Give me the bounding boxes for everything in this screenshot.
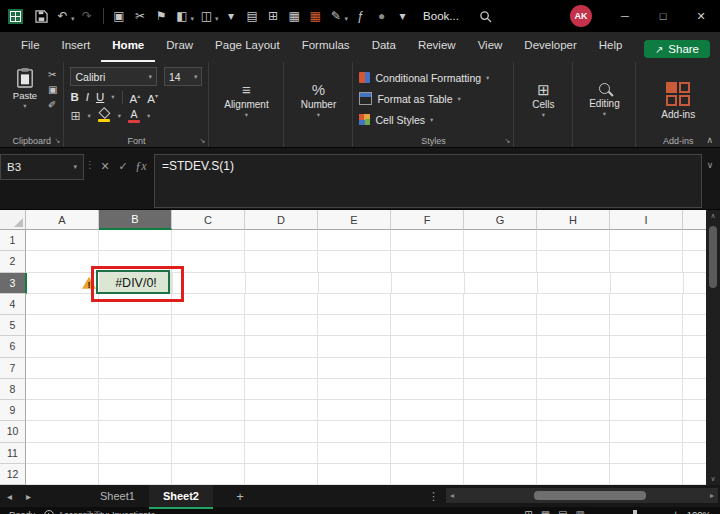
column-header-B[interactable]: B	[99, 210, 172, 230]
cell-C9[interactable]	[172, 400, 245, 421]
row-header-6[interactable]: 6	[0, 336, 26, 357]
cell-E3[interactable]	[319, 273, 392, 294]
editing-group-button[interactable]: Editing ▾	[573, 62, 636, 147]
cell-D3[interactable]	[246, 273, 319, 294]
cell-I6[interactable]	[610, 336, 683, 357]
cell-H3[interactable]	[538, 273, 611, 294]
insert-function-button[interactable]: ƒx	[132, 154, 150, 178]
excel-app-icon[interactable]	[8, 9, 23, 24]
undo-dropdown-icon[interactable]: ▾	[71, 15, 75, 23]
cell-G1[interactable]	[464, 230, 537, 251]
cell-H7[interactable]	[537, 358, 610, 379]
clipboard-icon[interactable]: ▣	[109, 5, 130, 27]
cell-A4[interactable]	[26, 294, 99, 315]
font-size-combobox[interactable]: 14 ▾	[164, 67, 202, 86]
cell-E6[interactable]	[318, 336, 391, 357]
cell-C7[interactable]	[172, 358, 245, 379]
cell-A10[interactable]	[26, 421, 99, 442]
row-header-12[interactable]: 12	[0, 464, 26, 485]
column-header-I[interactable]: I	[610, 210, 683, 230]
sheet-tab-sheet1[interactable]: Sheet1	[86, 485, 149, 509]
cell-H10[interactable]	[537, 421, 610, 442]
addins-button[interactable]: Add-ins	[661, 82, 695, 120]
cell-E9[interactable]	[318, 400, 391, 421]
cell-B2[interactable]	[99, 251, 172, 272]
sheet-tab-sheet2[interactable]: Sheet2	[149, 485, 213, 509]
cell-C5[interactable]	[172, 315, 245, 336]
tab-view[interactable]: View	[467, 33, 514, 62]
formula-input[interactable]: =STDEV.S(1)	[154, 154, 702, 208]
record-icon[interactable]: ●	[371, 5, 392, 27]
cell-C1[interactable]	[172, 230, 245, 251]
cell-F4[interactable]	[391, 294, 464, 315]
cell-I12[interactable]	[610, 464, 683, 485]
cell-A5[interactable]	[26, 315, 99, 336]
cell-H4[interactable]	[537, 294, 610, 315]
cell-G11[interactable]	[464, 443, 537, 464]
flag-icon[interactable]: ⚑	[151, 5, 172, 27]
tab-help[interactable]: Help	[588, 33, 634, 62]
search-icon[interactable]	[475, 5, 496, 27]
tab-developer[interactable]: Developer	[513, 33, 587, 62]
cell-D9[interactable]	[245, 400, 318, 421]
grow-font-button[interactable]: A▴	[130, 89, 141, 106]
cell-D5[interactable]	[245, 315, 318, 336]
cell-E2[interactable]	[318, 251, 391, 272]
pen-icon-caret[interactable]: ▾	[345, 15, 349, 23]
sheet-nav-right-icon[interactable]: ▸	[19, 491, 38, 502]
borders-button-icon[interactable]: ⊞	[70, 110, 80, 122]
vertical-scrollbar[interactable]: ∧ ∨	[706, 210, 720, 485]
scroll-right-icon[interactable]: ▸	[710, 491, 714, 500]
view-normal-icon[interactable]: ▦	[541, 510, 550, 514]
view-page-break-icon[interactable]: ▥	[576, 510, 585, 514]
horizontal-scrollbar[interactable]: ◂ ▸	[446, 488, 718, 503]
fill-color-icon-caret[interactable]: ▾	[191, 15, 195, 23]
underline-button[interactable]: U	[96, 90, 104, 104]
cell-F8[interactable]	[391, 379, 464, 400]
cell-B12[interactable]	[99, 464, 172, 485]
row-header-10[interactable]: 10	[0, 421, 26, 442]
cell-C4[interactable]	[172, 294, 245, 315]
enter-entry-button[interactable]: ✓	[114, 154, 132, 178]
cell-G5[interactable]	[464, 315, 537, 336]
column-header-E[interactable]: E	[318, 210, 391, 230]
cell-I7[interactable]	[610, 358, 683, 379]
row-header-8[interactable]: 8	[0, 379, 26, 400]
style-dropdown-icon[interactable]: ▾	[221, 5, 242, 27]
cell-styles-button[interactable]: Cell Styles ▾	[359, 110, 507, 129]
cell-I3[interactable]	[611, 273, 684, 294]
collapse-ribbon-icon[interactable]: ∧	[706, 135, 713, 145]
minimize-button[interactable]: ─	[606, 0, 644, 32]
row-header-5[interactable]: 5	[0, 315, 26, 336]
paste-dropdown-icon[interactable]: ▾	[23, 102, 26, 110]
conditional-formatting-button[interactable]: Conditional Formatting ▾	[359, 68, 507, 87]
cell-D4[interactable]	[245, 294, 318, 315]
column-header-G[interactable]: G	[464, 210, 537, 230]
cell-C12[interactable]	[172, 464, 245, 485]
formula-bar-expand-icon[interactable]: ∨	[702, 154, 718, 209]
borders-dropdown-icon[interactable]: ▾	[88, 112, 91, 120]
cell-H12[interactable]	[537, 464, 610, 485]
cell-E5[interactable]	[318, 315, 391, 336]
cell-E1[interactable]	[318, 230, 391, 251]
cell-E11[interactable]	[318, 443, 391, 464]
zoom-out-button[interactable]: −	[593, 509, 599, 514]
cell-B6[interactable]	[99, 336, 172, 357]
alignment-group-button[interactable]: ≡ Alignment ▾	[209, 62, 284, 147]
tab-draw[interactable]: Draw	[155, 33, 204, 62]
fill-color-dropdown-icon[interactable]: ▾	[118, 112, 121, 120]
vertical-scrollbar-thumb[interactable]	[709, 226, 717, 288]
close-button[interactable]: ✕	[682, 0, 720, 32]
shrink-font-button[interactable]: A▾	[147, 89, 158, 106]
cell-B1[interactable]	[99, 230, 172, 251]
cut-button-icon[interactable]: ✂	[48, 69, 57, 81]
error-warning-icon[interactable]	[82, 277, 96, 289]
cell-B3[interactable]: #DIV/0!	[100, 273, 173, 294]
cell-F1[interactable]	[391, 230, 464, 251]
tab-home[interactable]: Home	[101, 33, 155, 62]
tab-page-layout[interactable]: Page Layout	[204, 33, 291, 62]
cell-D6[interactable]	[245, 336, 318, 357]
cell-F2[interactable]	[391, 251, 464, 272]
cell-F3[interactable]	[392, 273, 465, 294]
format-painter-icon[interactable]: ✐	[48, 99, 57, 111]
